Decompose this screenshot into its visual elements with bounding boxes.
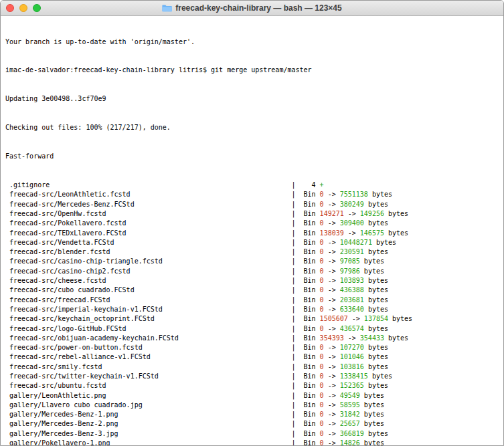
diffstat-row: freecad-src/casino-chip2.fcstd | Bin 0 -…	[5, 267, 503, 276]
close-button[interactable]	[6, 4, 14, 12]
old-size: 0	[320, 277, 324, 284]
terminal-line-checkout: Checking out files: 100% (217/217), done…	[5, 123, 503, 132]
diffstat-row: freecad-src/LeonAthletic.fcstd | Bin 0 -…	[5, 190, 503, 199]
new-size: 309400	[340, 219, 364, 227]
old-size: 0	[320, 267, 324, 275]
minimize-button[interactable]	[19, 4, 27, 12]
diffstat-row: freecad-src/imperial-keychain-v1.FCStd |…	[5, 305, 503, 314]
new-size: 436574	[340, 325, 364, 332]
old-size: 0	[320, 325, 324, 332]
new-size: 380249	[340, 201, 364, 208]
diffstat-row: freecad-src/obijuan-academy-keychain.FCS…	[5, 334, 503, 343]
new-size: 103816	[340, 363, 364, 370]
window-title-text: freecad-key-chain-library — bash — 123×4…	[175, 3, 341, 13]
new-size: 203681	[340, 296, 364, 304]
terminal-line-branch-status: Your branch is up-to-date with 'origin/m…	[5, 37, 503, 47]
old-size: 354393	[320, 334, 344, 342]
diffstat-row: freecad-src/Pokellavero.fcstd | Bin 0 ->…	[5, 219, 503, 228]
window-controls	[6, 4, 41, 12]
diffstat-list: .gitignore | 4 + freecad-src/LeonAthleti…	[5, 181, 503, 446]
diffstat-row: gallery/Mercedes-Benz-3.jpg | Bin 0 -> 3…	[5, 429, 503, 439]
old-size: 0	[320, 248, 324, 255]
new-size: 97085	[340, 257, 360, 265]
terminal-output[interactable]: Your branch is up-to-date with 'origin/m…	[1, 16, 503, 446]
new-size: 101046	[340, 353, 364, 360]
folder-icon	[162, 4, 172, 12]
new-size: 31842	[340, 411, 360, 418]
old-size: 0	[320, 201, 324, 208]
diffstat-row: gallery/Pokellavero-1.png | Bin 0 -> 148…	[5, 439, 503, 446]
titlebar[interactable]: freecad-key-chain-library — bash — 123×4…	[1, 1, 503, 16]
diffstat-row: freecad-src/power-on-button.fcstd | Bin …	[5, 343, 503, 352]
diffstat-row: gallery/Mercedes-Benz-2.png | Bin 0 -> 2…	[5, 419, 503, 429]
terminal-line-fast-forward: Fast-forward	[5, 152, 503, 161]
diffstat-row: freecad-src/freecad.FCStd | Bin 0 -> 203…	[5, 296, 503, 305]
old-size: 0	[320, 420, 324, 427]
old-size: 0	[320, 411, 324, 418]
new-size: 97986	[340, 267, 360, 275]
new-size: 436388	[340, 286, 364, 294]
old-size: 0	[320, 392, 324, 399]
diffstat-row: freecad-src/smily.fcstd | Bin 0 -> 10381…	[5, 362, 503, 372]
old-size: 0	[320, 257, 324, 265]
new-size: 137854	[364, 315, 388, 322]
old-size: 0	[320, 363, 324, 370]
new-size: 10448271	[340, 239, 372, 246]
old-size: 0	[320, 219, 324, 227]
terminal-line-prompt-command: imac-de-salvador:freecad-key-chain-libra…	[5, 66, 503, 75]
new-size: 58595	[340, 401, 360, 409]
old-size: 0	[320, 239, 324, 246]
old-size: 0	[320, 191, 324, 198]
diffstat-row: freecad-src/ubuntu.fcstd | Bin 0 -> 1523…	[5, 381, 503, 391]
diffstat-row: gallery/LeonAthletic.png | Bin 0 -> 4954…	[5, 391, 503, 401]
new-size: 7551138	[340, 191, 368, 198]
diffstat-row: freecad-src/keychain_octoprint.FCStd | B…	[5, 314, 503, 324]
diffstat-row: freecad-src/twitter-keychain-v1.FCStd | …	[5, 372, 503, 381]
diffstat-row: freecad-src/TEDxLlavero.FCStd | Bin 1380…	[5, 229, 503, 238]
new-size: 107270	[340, 344, 364, 351]
added-marker: +	[320, 181, 324, 189]
new-size: 49549	[340, 392, 360, 399]
new-size: 354433	[360, 334, 384, 342]
old-size: 0	[320, 430, 324, 437]
zoom-button[interactable]	[33, 4, 41, 12]
old-size: 0	[320, 344, 324, 351]
old-size: 0	[320, 382, 324, 389]
old-size: 0	[320, 353, 324, 360]
old-size: 0	[320, 306, 324, 313]
diffstat-row: freecad-src/cubo cuadrado.FCStd | Bin 0 …	[5, 286, 503, 295]
diffstat-row: gallery/Mercedes-Benz-1.png | Bin 0 -> 3…	[5, 410, 503, 419]
new-size: 230591	[340, 248, 364, 255]
diffstat-row: freecad-src/casino-chip-triangle.fcstd |…	[5, 257, 503, 266]
diffstat-row: freecad-src/blender.fcstd | Bin 0 -> 230…	[5, 247, 503, 257]
new-size: 103893	[340, 277, 364, 284]
diffstat-row-gitignore: .gitignore | 4 +	[5, 181, 503, 190]
old-size: 0	[320, 401, 324, 409]
old-size: 138039	[320, 229, 344, 237]
new-size: 146575	[360, 229, 384, 237]
old-size: 0	[320, 439, 324, 446]
diffstat-row: freecad-src/cheese.fcstd | Bin 0 -> 1038…	[5, 276, 503, 286]
new-size: 149256	[360, 210, 384, 217]
diffstat-row: freecad-src/Vendetta.FCStd | Bin 0 -> 10…	[5, 238, 503, 247]
new-size: 25657	[340, 420, 360, 427]
terminal-line-updating: Updating 3e00498..3cf70e9	[5, 94, 503, 104]
terminal-window: freecad-key-chain-library — bash — 123×4…	[0, 0, 504, 446]
new-size: 633640	[340, 306, 364, 313]
window-title: freecad-key-chain-library — bash — 123×4…	[162, 3, 341, 13]
diffstat-row: freecad-src/Mercedes-Benz.FCStd | Bin 0 …	[5, 200, 503, 209]
diffstat-row: freecad-src/rebel-alliance-v1.FCStd | Bi…	[5, 352, 503, 362]
diffstat-row: freecad-src/OpenHw.fcstd | Bin 149271 ->…	[5, 209, 503, 219]
diffstat-row: freecad-src/logo-GitHub.FCStd | Bin 0 ->…	[5, 324, 503, 334]
old-size: 0	[320, 372, 324, 380]
new-size: 1338415	[340, 372, 368, 380]
new-size: 152365	[340, 382, 364, 389]
old-size: 1505607	[320, 315, 348, 322]
old-size: 149271	[320, 210, 344, 217]
diffstat-row: gallery/Llavero cubo cuadrado.jpg | Bin …	[5, 401, 503, 410]
old-size: 0	[320, 296, 324, 304]
new-size: 14826	[340, 439, 360, 446]
old-size: 0	[320, 286, 324, 294]
new-size: 366819	[340, 430, 364, 437]
